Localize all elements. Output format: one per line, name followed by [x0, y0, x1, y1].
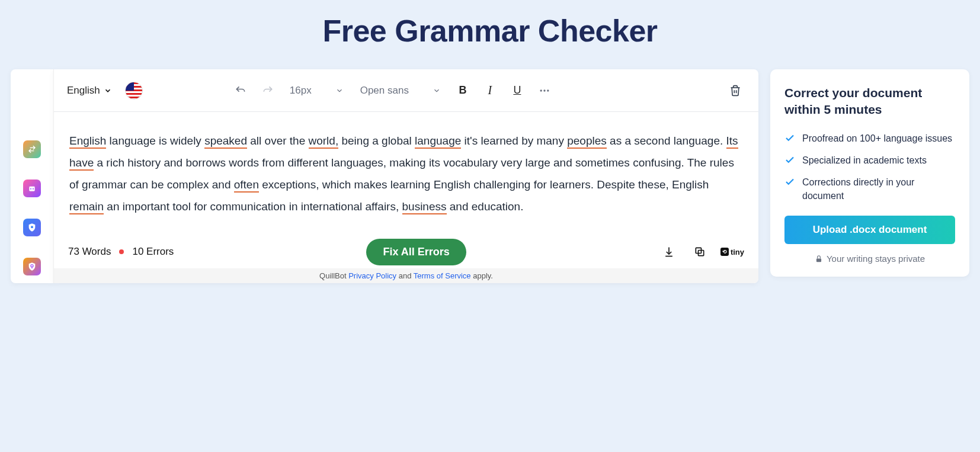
- legal-notice: QuillBot Privacy Policy and Terms of Ser…: [54, 268, 758, 283]
- privacy-note: Your writing stays private: [784, 254, 955, 264]
- text-span: language is widely: [106, 134, 204, 147]
- tiny-logo[interactable]: ⟲tiny: [720, 248, 744, 257]
- language-selector[interactable]: English: [67, 85, 112, 97]
- promo-list-item: Specialized in academic texts: [784, 153, 955, 167]
- right-panel: Correct your document within 5 minutes P…: [770, 69, 969, 283]
- promo-heading: Correct your document within 5 minutes: [784, 85, 955, 118]
- text-span: an important tool for communication in i…: [104, 200, 402, 213]
- svg-point-7: [543, 89, 545, 91]
- word-count: 73 Words: [68, 246, 111, 258]
- svg-point-6: [540, 89, 542, 91]
- check-icon: [784, 155, 795, 165]
- search-shield-icon[interactable]: [23, 258, 41, 275]
- editor-footer: 73 Words 10 Errors Fix All Errors ⟲tiny: [54, 235, 758, 268]
- error-underline[interactable]: often: [234, 178, 259, 193]
- svg-point-2: [33, 188, 34, 190]
- redo-button[interactable]: [258, 81, 278, 101]
- privacy-policy-link[interactable]: Privacy Policy: [348, 271, 396, 280]
- promo-list: Proofread on 100+ language issuesSpecial…: [784, 132, 955, 203]
- text-span: being a global: [338, 134, 415, 147]
- font-size-selector[interactable]: 16px: [285, 85, 348, 97]
- chevron-down-icon: [335, 86, 344, 95]
- error-underline[interactable]: peoples: [567, 134, 607, 149]
- left-rail: [11, 69, 53, 283]
- error-dot-icon: [119, 249, 124, 254]
- shield-icon[interactable]: [23, 219, 41, 236]
- underline-button[interactable]: U: [507, 81, 527, 101]
- error-underline[interactable]: world,: [309, 134, 339, 149]
- error-underline[interactable]: business: [402, 200, 447, 214]
- paraphrase-icon[interactable]: [23, 140, 41, 158]
- svg-point-8: [547, 89, 549, 91]
- undo-button[interactable]: [230, 81, 251, 101]
- lock-icon: [815, 255, 823, 263]
- check-icon: [784, 133, 795, 143]
- fix-all-button[interactable]: Fix All Errors: [366, 239, 466, 265]
- delete-button[interactable]: [725, 81, 745, 101]
- text-span: all over the: [247, 134, 309, 147]
- download-button[interactable]: [659, 242, 679, 262]
- language-label: English: [67, 85, 100, 97]
- error-underline[interactable]: remain: [69, 200, 104, 214]
- bold-button[interactable]: B: [453, 81, 473, 101]
- promo-list-item: Proofread on 100+ language issues: [784, 132, 955, 145]
- svg-rect-11: [816, 258, 821, 262]
- text-span: as a second language.: [607, 134, 726, 147]
- italic-button[interactable]: I: [480, 81, 500, 101]
- chevron-down-icon: [433, 86, 441, 95]
- editor-textarea[interactable]: English language is widely speaked all o…: [54, 112, 758, 235]
- font-family-selector[interactable]: Open sans: [356, 85, 446, 97]
- error-underline[interactable]: Its: [726, 134, 738, 149]
- svg-rect-0: [29, 187, 34, 191]
- error-underline[interactable]: language: [415, 134, 461, 149]
- page-title: Free Grammar Checker: [0, 0, 980, 69]
- text-span: and education.: [447, 200, 524, 213]
- terms-link[interactable]: Terms of Service: [414, 271, 471, 280]
- ai-tool-icon[interactable]: [23, 179, 41, 197]
- font-family-value: Open sans: [360, 85, 409, 97]
- more-options-button[interactable]: [534, 81, 555, 101]
- error-underline[interactable]: have: [69, 156, 94, 171]
- error-underline[interactable]: English: [69, 134, 106, 149]
- check-icon: [784, 177, 795, 187]
- text-span: exceptions, which makes learning English…: [259, 178, 709, 191]
- chevron-down-icon: [104, 86, 112, 95]
- copy-button[interactable]: [690, 242, 710, 262]
- font-size-value: 16px: [290, 85, 312, 97]
- promo-list-item: Corrections directly in your document: [784, 175, 955, 203]
- editor-toolbar: English 16px Open sans B I U: [54, 69, 758, 112]
- text-span: it's learned by many: [461, 134, 567, 147]
- upload-button[interactable]: Upload .docx document: [784, 216, 955, 244]
- error-underline[interactable]: speaked: [204, 134, 247, 149]
- editor-card: English 16px Open sans B I U: [53, 69, 758, 283]
- svg-point-3: [31, 226, 33, 228]
- flag-us-icon[interactable]: [125, 82, 143, 100]
- promo-card: Correct your document within 5 minutes P…: [770, 69, 969, 277]
- error-count: 10 Errors: [132, 246, 174, 258]
- svg-point-1: [30, 188, 31, 190]
